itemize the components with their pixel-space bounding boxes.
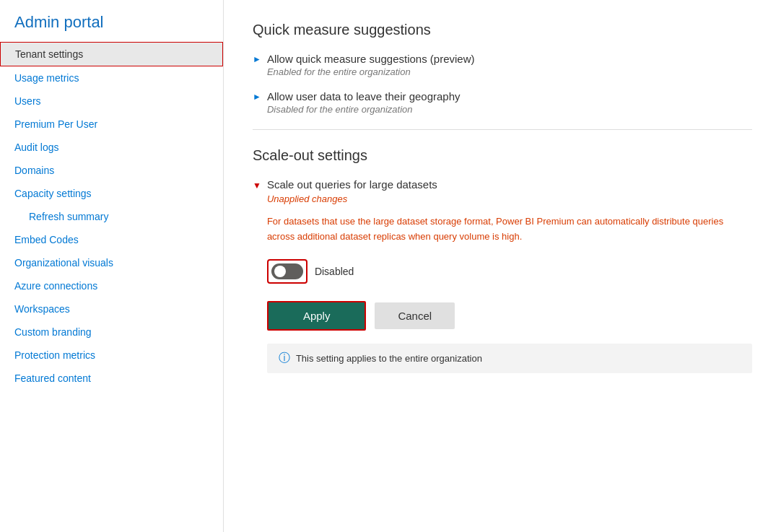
expand-content-allow-user-data: Allow user data to leave their geography… <box>267 90 461 115</box>
info-text: This setting applies to the entire organ… <box>296 353 482 364</box>
scale-out-content: Scale out queries for large datasets Una… <box>267 178 752 373</box>
apply-button[interactable]: Apply <box>267 301 367 331</box>
toggle-wrapper <box>267 259 307 284</box>
quick-measure-heading: Quick measure suggestions <box>253 22 752 38</box>
expand-content-allow-quick-measure: Allow quick measure suggestions (preview… <box>267 53 475 77</box>
scale-out-description: For datasets that use the large dataset … <box>267 214 752 245</box>
info-icon: ⓘ <box>279 351 290 366</box>
expand-arrow-allow-user-data[interactable]: ► <box>253 92 261 102</box>
unapplied-changes-label: Unapplied changes <box>267 193 752 204</box>
quick-measure-item-allow-user-data: ►Allow user data to leave their geograph… <box>253 90 752 115</box>
item-subtitle-allow-user-data: Disabled for the entire organization <box>267 104 461 115</box>
item-title-allow-quick-measure: Allow quick measure suggestions (preview… <box>267 53 475 65</box>
item-title-allow-user-data: Allow user data to leave their geography <box>267 90 461 103</box>
cancel-button[interactable]: Cancel <box>375 302 455 329</box>
sidebar-item-tenant-settings[interactable]: Tenant settings <box>0 42 223 66</box>
sidebar-item-organizational-visuals[interactable]: Organizational visuals <box>0 251 223 274</box>
sidebar-item-workspaces[interactable]: Workspaces <box>0 297 223 320</box>
sidebar-item-custom-branding[interactable]: Custom branding <box>0 320 223 344</box>
sidebar-item-protection-metrics[interactable]: Protection metrics <box>0 344 223 367</box>
toggle-row: Disabled <box>267 259 752 284</box>
scale-out-toggle[interactable] <box>271 263 303 279</box>
section-divider <box>253 129 752 130</box>
quick-measure-item-allow-quick-measure: ►Allow quick measure suggestions (previe… <box>253 53 752 77</box>
sidebar-item-capacity-settings[interactable]: Capacity settings <box>0 182 223 205</box>
sidebar-item-users[interactable]: Users <box>0 90 223 113</box>
sidebar: Admin portal Tenant settingsUsage metric… <box>0 0 224 532</box>
button-row: Apply Cancel <box>267 301 752 331</box>
info-bar: ⓘ This setting applies to the entire org… <box>267 344 752 373</box>
app-title: Admin portal <box>0 0 223 42</box>
scale-out-section: ▼ Scale out queries for large datasets U… <box>253 178 752 373</box>
main-content: Quick measure suggestions ►Allow quick m… <box>224 0 781 532</box>
scale-out-title: Scale out queries for large datasets <box>267 178 752 191</box>
scale-out-expand-arrow[interactable]: ▼ <box>253 180 261 191</box>
item-subtitle-allow-quick-measure: Enabled for the entire organization <box>267 66 475 77</box>
sidebar-item-featured-content[interactable]: Featured content <box>0 367 223 390</box>
sidebar-item-audit-logs[interactable]: Audit logs <box>0 136 223 159</box>
sidebar-item-embed-codes[interactable]: Embed Codes <box>0 228 223 251</box>
sidebar-item-usage-metrics[interactable]: Usage metrics <box>0 66 223 90</box>
toggle-label: Disabled <box>315 266 354 277</box>
sidebar-item-azure-connections[interactable]: Azure connections <box>0 274 223 297</box>
toggle-knob <box>274 266 286 277</box>
expand-arrow-allow-quick-measure[interactable]: ► <box>253 54 261 64</box>
sidebar-item-premium-per-user[interactable]: Premium Per User <box>0 113 223 136</box>
sidebar-item-refresh-summary[interactable]: Refresh summary <box>0 205 223 228</box>
scale-out-heading: Scale-out settings <box>253 147 752 164</box>
sidebar-item-domains[interactable]: Domains <box>0 159 223 182</box>
